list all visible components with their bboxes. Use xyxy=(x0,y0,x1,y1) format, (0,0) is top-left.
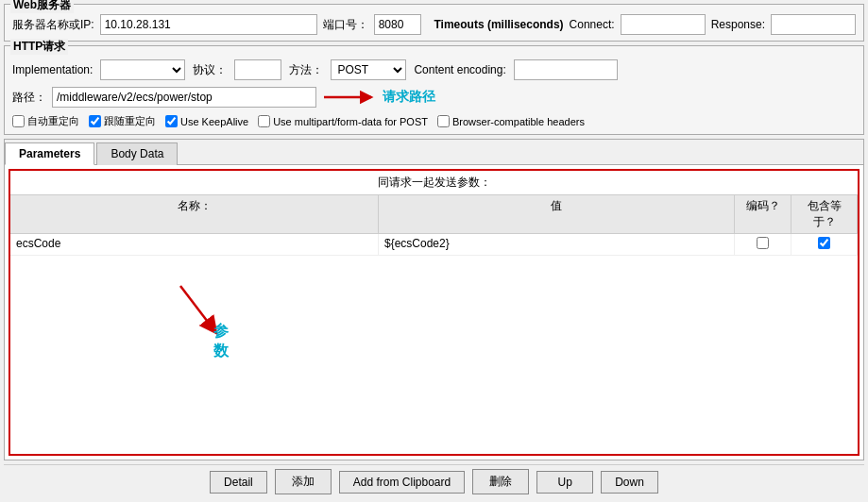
http-row1: Implementation: 协议： 方法： POST GET Content… xyxy=(12,59,856,80)
method-select[interactable]: POST GET xyxy=(331,59,406,80)
params-table-container: 同请求一起发送参数： 名称： 值 编码？ 包含等于？ ecsCode ${ecs… xyxy=(9,169,859,456)
checkbox-multipart[interactable]: Use multipart/form-data for POST xyxy=(258,115,428,127)
http-title: HTTP请求 xyxy=(10,39,68,55)
col-header-include-equals: 包含等于？ xyxy=(791,195,858,233)
follow-redirect-checkbox[interactable] xyxy=(89,115,101,127)
keepalive-label: Use KeepAlive xyxy=(180,116,248,127)
param-annotation-container: 参数 xyxy=(162,284,237,343)
param-encoded-cell xyxy=(735,234,791,255)
param-include-equals-cell xyxy=(791,234,858,255)
bottom-buttons-bar: Detail 添加 Add from Clipboard 删除 Up Down xyxy=(4,464,864,498)
up-button[interactable]: Up xyxy=(536,471,593,494)
web-server-section: Web服务器 服务器名称或IP: 端口号： Timeouts (millisec… xyxy=(4,4,864,42)
path-annotation-text: 请求路径 xyxy=(383,89,435,106)
svg-line-3 xyxy=(180,286,213,329)
response-input[interactable] xyxy=(771,14,856,35)
down-button[interactable]: Down xyxy=(601,471,658,494)
param-encoded-checkbox[interactable] xyxy=(757,237,769,249)
checkbox-auto-redirect[interactable]: 自动重定向 xyxy=(12,114,79,128)
port-label: 端口号： xyxy=(323,17,368,33)
impl-select[interactable] xyxy=(100,59,185,80)
detail-button[interactable]: Detail xyxy=(210,471,267,494)
protocol-label: 协议： xyxy=(193,62,227,78)
checkboxes-row: 自动重定向 跟随重定向 Use KeepAlive Use multipart/… xyxy=(12,114,856,128)
response-label: Response: xyxy=(711,18,765,31)
auto-redirect-checkbox[interactable] xyxy=(12,115,25,127)
timeouts-section: Timeouts (milliseconds) Connect: Respons… xyxy=(434,14,856,35)
param-include-equals-checkbox[interactable] xyxy=(818,237,830,249)
content-enc-input[interactable] xyxy=(514,59,618,80)
param-name-cell: ecsCode xyxy=(10,234,379,255)
red-arrow-icon xyxy=(322,86,379,109)
tab-parameters[interactable]: Parameters xyxy=(5,142,94,165)
keepalive-checkbox[interactable] xyxy=(165,115,178,127)
method-label: 方法： xyxy=(289,62,323,78)
content-enc-label: Content encoding: xyxy=(414,63,505,76)
server-name-input[interactable] xyxy=(100,14,317,35)
multipart-checkbox[interactable] xyxy=(258,115,270,127)
path-row: 路径： 请求路径 xyxy=(12,86,856,109)
follow-redirect-label: 跟随重定向 xyxy=(104,114,156,128)
tab-body-data[interactable]: Body Data xyxy=(96,142,178,165)
tabs-header: Parameters Body Data xyxy=(5,140,863,165)
col-header-encoded: 编码？ xyxy=(735,195,791,233)
impl-label: Implementation: xyxy=(12,63,93,76)
http-section: HTTP请求 Implementation: 协议： 方法： POST GET … xyxy=(4,45,864,135)
add-button[interactable]: 添加 xyxy=(275,469,332,494)
web-server-title: Web服务器 xyxy=(10,0,74,13)
table-column-headers: 名称： 值 编码？ 包含等于？ xyxy=(10,195,858,234)
connect-label: Connect: xyxy=(570,18,615,31)
path-input[interactable] xyxy=(52,87,316,108)
web-server-row: 服务器名称或IP: 端口号： Timeouts (milliseconds) C… xyxy=(12,14,856,35)
port-input[interactable] xyxy=(374,14,421,35)
browser-compat-label: Browser-compatible headers xyxy=(452,116,585,127)
col-header-name: 名称： xyxy=(10,195,379,233)
add-from-clipboard-button[interactable]: Add from Clipboard xyxy=(339,471,465,494)
table-header-text: 同请求一起发送参数： xyxy=(10,171,858,195)
timeouts-label: Timeouts (milliseconds) xyxy=(434,18,563,31)
delete-button[interactable]: 删除 xyxy=(472,469,529,494)
param-value-cell: ${ecsCode2} xyxy=(379,234,735,255)
param-annotation-text: 参数 xyxy=(213,322,237,361)
path-annotation-arrow: 请求路径 xyxy=(322,86,435,109)
main-container: Web服务器 服务器名称或IP: 端口号： Timeouts (millisec… xyxy=(0,0,868,502)
connect-input[interactable] xyxy=(621,14,706,35)
checkbox-follow-redirect[interactable]: 跟随重定向 xyxy=(89,114,156,128)
browser-compat-checkbox[interactable] xyxy=(437,115,450,127)
server-label: 服务器名称或IP: xyxy=(12,17,94,33)
table-row[interactable]: ecsCode ${ecsCode2} xyxy=(10,234,858,256)
checkbox-keepalive[interactable]: Use KeepAlive xyxy=(165,115,248,127)
checkbox-browser-compat[interactable]: Browser-compatible headers xyxy=(437,115,585,127)
auto-redirect-label: 自动重定向 xyxy=(27,114,79,128)
tabs-panel: Parameters Body Data 同请求一起发送参数： 名称： 值 编码… xyxy=(4,139,864,460)
multipart-label: Use multipart/form-data for POST xyxy=(273,116,428,127)
path-label: 路径： xyxy=(12,90,46,106)
col-header-value: 值 xyxy=(379,195,735,233)
protocol-input[interactable] xyxy=(234,59,281,80)
